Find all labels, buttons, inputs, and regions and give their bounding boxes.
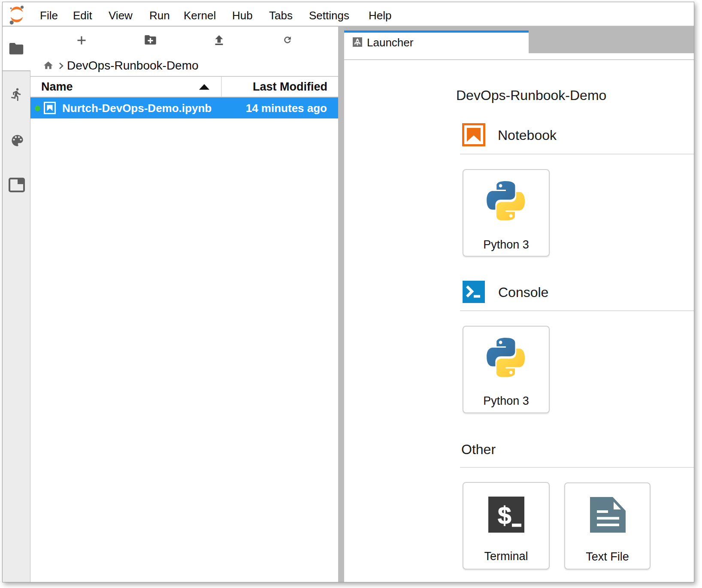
svg-text:$: $	[498, 502, 511, 529]
